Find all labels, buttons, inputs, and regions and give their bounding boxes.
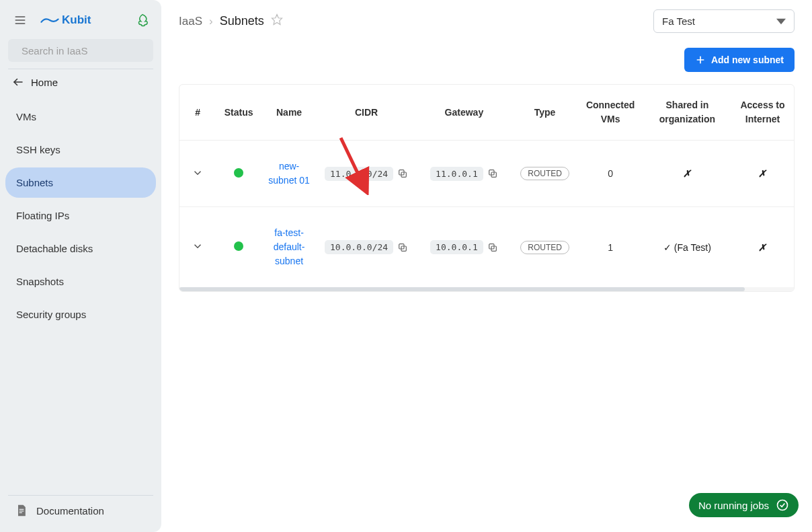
gateway-value: 11.0.0.1 — [430, 167, 483, 181]
arrow-left-icon — [12, 76, 24, 88]
access-value: ✗ — [758, 242, 766, 253]
row-expand-button[interactable] — [192, 167, 204, 179]
copy-cidr-button[interactable] — [397, 168, 408, 179]
top-bar-right: Fa Test — [653, 9, 795, 33]
add-subnet-button[interactable]: Add new subnet — [684, 48, 795, 72]
copy-icon — [487, 168, 498, 179]
sidebar-item-vms[interactable]: VMs — [5, 102, 156, 132]
sidebar-search[interactable] — [8, 39, 153, 62]
status-indicator — [234, 168, 243, 178]
sidebar-item-security-groups[interactable]: Security groups — [5, 299, 156, 330]
col-type: Type — [512, 85, 578, 141]
chevron-down-icon — [192, 167, 204, 179]
project-select-value: Fa Test — [662, 15, 695, 27]
toolbar: Add new subnet — [179, 48, 795, 72]
table-row: new-subnet 01 11.0.0.0/24 11.0. — [179, 141, 794, 207]
gateway-value: 10.0.0.1 — [430, 240, 483, 254]
copy-icon — [397, 168, 408, 179]
col-gateway: Gateway — [416, 85, 512, 141]
documentation-label: Documentation — [36, 505, 104, 517]
project-select[interactable]: Fa Test — [653, 9, 795, 33]
breadcrumb: IaaS › Subnets — [179, 13, 283, 29]
plus-icon — [695, 54, 706, 65]
menu-toggle-button[interactable] — [9, 9, 31, 31]
col-access: Access to Internet — [731, 85, 794, 141]
main-content: IaaS › Subnets Fa Test Add new subnet — [161, 0, 812, 532]
table-row: fa-test-default-subnet 10.0.0.0/24 — [179, 207, 794, 288]
col-status: Status — [216, 85, 261, 141]
sidebar-item-detachable-disks[interactable]: Detachable disks — [5, 233, 156, 264]
brand-wave-icon — [40, 15, 59, 26]
col-cidr: CIDR — [317, 85, 416, 141]
partner-icon[interactable] — [136, 13, 151, 28]
svg-marker-6 — [272, 15, 282, 25]
brand-text: Kubit — [62, 13, 91, 27]
sidebar-item-subnets[interactable]: Subnets — [5, 167, 156, 198]
cidr-value: 10.0.0.0/24 — [325, 240, 393, 254]
chevron-down-icon — [192, 240, 204, 252]
subnet-name-link[interactable]: new-subnet 01 — [268, 161, 310, 186]
connected-vms-value: 1 — [577, 207, 643, 288]
access-value: ✗ — [758, 168, 766, 179]
shared-value: ✗ — [683, 168, 691, 179]
chevron-right-icon: › — [209, 15, 213, 28]
status-indicator — [234, 241, 243, 251]
sidebar-header: Kubit — [5, 7, 156, 38]
add-subnet-label: Add new subnet — [711, 54, 784, 65]
hamburger-icon — [13, 13, 27, 27]
brand-logo[interactable]: Kubit — [40, 13, 91, 27]
home-label: Home — [31, 77, 58, 88]
type-badge: ROUTED — [520, 167, 569, 180]
copy-gateway-button[interactable] — [487, 242, 498, 253]
breadcrumb-root[interactable]: IaaS — [179, 15, 202, 28]
shared-value: ✓ (Fa Test) — [663, 242, 711, 253]
subnets-table: # Status Name CIDR Gateway Type Connecte… — [179, 84, 795, 292]
copy-gateway-button[interactable] — [487, 168, 498, 179]
connected-vms-value: 0 — [577, 141, 643, 207]
jobs-status-chip[interactable]: No running jobs — [689, 493, 799, 517]
check-circle-icon — [776, 498, 789, 512]
jobs-status-label: No running jobs — [698, 500, 769, 511]
svg-point-18 — [778, 500, 788, 510]
col-name: Name — [261, 85, 317, 141]
home-link[interactable]: Home — [8, 69, 153, 95]
sidebar-nav: VMs SSH keys Subnets Floating IPs Detach… — [5, 102, 156, 330]
copy-icon — [397, 242, 408, 253]
copy-cidr-button[interactable] — [397, 242, 408, 253]
favorite-button[interactable] — [271, 13, 283, 29]
sidebar-item-ssh-keys[interactable]: SSH keys — [5, 135, 156, 165]
type-badge: ROUTED — [520, 241, 569, 254]
sidebar-item-snapshots[interactable]: Snapshots — [5, 266, 156, 297]
cidr-value: 11.0.0.0/24 — [325, 167, 393, 181]
row-expand-button[interactable] — [192, 240, 204, 252]
table-horizontal-scrollbar[interactable] — [179, 287, 794, 291]
top-bar: IaaS › Subnets Fa Test — [179, 9, 795, 33]
copy-icon — [487, 242, 498, 253]
col-shared: Shared in organization — [643, 85, 731, 141]
documentation-link[interactable]: Documentation — [8, 495, 153, 525]
star-icon — [271, 13, 283, 26]
col-connected-vms: Connected VMs — [577, 85, 643, 141]
document-icon — [15, 504, 28, 517]
sidebar-item-floating-ips[interactable]: Floating IPs — [5, 200, 156, 231]
sidebar: Kubit Home VMs SSH keys Subnets Floating… — [0, 0, 161, 532]
breadcrumb-current: Subnets — [220, 14, 264, 28]
col-number: # — [179, 85, 216, 141]
subnet-name-link[interactable]: fa-test-default-subnet — [274, 227, 305, 266]
table-header-row: # Status Name CIDR Gateway Type Connecte… — [179, 85, 794, 141]
caret-down-icon — [776, 17, 786, 26]
search-input[interactable] — [22, 45, 149, 56]
